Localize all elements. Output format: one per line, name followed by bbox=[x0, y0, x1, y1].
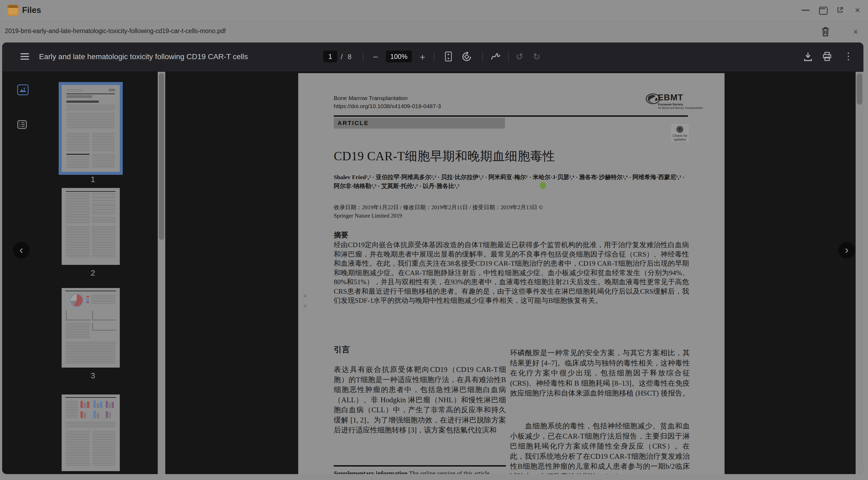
divider bbox=[363, 52, 363, 62]
zoom-out-button[interactable]: − bbox=[373, 52, 378, 62]
menu-icon[interactable] bbox=[21, 53, 29, 60]
page-thumbnail-4[interactable] bbox=[62, 395, 120, 471]
maximize-icon[interactable] bbox=[819, 7, 828, 15]
open-file-name: 2019-bmt-early-and-late-hematologic-toxi… bbox=[5, 27, 226, 35]
intro-left-column: 表达具有嵌合抗原受体靶向CD19（CD19 CAR-T细胞）的T细胞是一种适应性… bbox=[334, 365, 506, 435]
files-app-icon bbox=[7, 5, 19, 16]
window-titlebar: Files × bbox=[0, 0, 868, 21]
print-icon[interactable] bbox=[822, 52, 832, 62]
dates-line: 收录日期：2019年1月22日 / 修改日期：2019年2月11日 / 接受日期… bbox=[334, 203, 546, 220]
logo-tagline-2: for Blood and Marrow Transplantation bbox=[658, 106, 703, 109]
pdf-doc-title: Early and late hematologic toxicity foll… bbox=[39, 53, 248, 61]
divider bbox=[508, 52, 509, 62]
doi-link[interactable]: https://doi.org/10.1038/s41409-019-0487-… bbox=[334, 102, 441, 110]
page-number-input[interactable]: 1 bbox=[323, 50, 337, 62]
article-type-banner: ARTICLE bbox=[334, 118, 505, 129]
margin-marks bbox=[304, 305, 307, 308]
file-bar: 2019-bmt-early-and-late-hematologic-toxi… bbox=[0, 21, 868, 42]
next-page-button[interactable]: › bbox=[838, 242, 855, 259]
mini-pie-chart bbox=[71, 295, 83, 306]
fit-page-icon[interactable] bbox=[445, 51, 452, 63]
ebmt-logo: EBMT European Society for Blood and Marr… bbox=[645, 93, 688, 111]
screen: Files × 2019-bmt-early-and-late-hematolo… bbox=[0, 0, 868, 480]
app-title: Files bbox=[22, 5, 41, 15]
supplementary-note: Supplementary information The online ver… bbox=[334, 470, 506, 474]
previous-page-button[interactable]: ‹ bbox=[13, 242, 30, 259]
document-scrollbar-thumb[interactable] bbox=[857, 73, 862, 105]
intro-heading: 引言 bbox=[334, 344, 350, 355]
abstract-heading: 摘要 bbox=[334, 230, 348, 240]
zoom-in-button[interactable]: + bbox=[420, 52, 425, 62]
page-thumbnail-1[interactable] bbox=[62, 85, 120, 172]
authors-line: Shalev Fried¹,² · 亚伯拉罕·阿维高多尔²,³ · 贝拉·比尔拉… bbox=[334, 173, 690, 191]
pdf-page: Bone Marrow Transplantation https://doi.… bbox=[298, 73, 724, 474]
check-line1: Check for bbox=[672, 134, 688, 138]
page-label-2: 2 bbox=[85, 268, 101, 277]
supplementary-label: Supplementary information bbox=[334, 470, 407, 474]
paper-title: CD19 CAR-T细胞早期和晚期血细胞毒性 bbox=[334, 148, 689, 165]
delete-file-icon[interactable] bbox=[820, 26, 831, 38]
more-menu-icon[interactable]: ⋮ bbox=[843, 50, 853, 62]
thumbnail-view-icon[interactable] bbox=[17, 84, 29, 95]
undo-icon[interactable]: ↺ bbox=[516, 52, 523, 61]
close-preview-icon[interactable]: × bbox=[853, 27, 858, 37]
page-separator: / bbox=[341, 53, 343, 61]
header-rule bbox=[334, 115, 688, 117]
check-line2: updates bbox=[672, 137, 688, 141]
divider bbox=[482, 52, 483, 62]
page-label-1: 1 bbox=[85, 175, 101, 184]
rotate-icon[interactable] bbox=[461, 52, 472, 63]
page-thumbnail-2[interactable] bbox=[62, 188, 120, 265]
outline-view-icon[interactable] bbox=[17, 120, 27, 129]
footnote-rule bbox=[334, 465, 506, 467]
divider bbox=[434, 52, 434, 62]
page-label-3: 3 bbox=[85, 371, 101, 380]
abstract-text: 经由CD19定向嵌合体抗原受体基因改造的自体T细胞最近已获得多个监管机构的批准，… bbox=[334, 240, 689, 306]
page-thumbnail-3[interactable] bbox=[62, 288, 120, 368]
intro-right-p2: 血细胞系统的毒性，包括神经细胞减少、贫血和血小板减少，已在CAR-T细胞疗法后报… bbox=[510, 421, 690, 474]
check-for-updates-badge[interactable]: Check for updates bbox=[672, 124, 688, 141]
page-total: 8 bbox=[348, 53, 351, 61]
open-in-new-icon[interactable] bbox=[837, 7, 843, 13]
update-bookmark-icon bbox=[676, 125, 684, 133]
pdf-viewer: Early and late hematologic toxicity foll… bbox=[2, 42, 863, 474]
zoom-level-input[interactable]: 100% bbox=[386, 50, 412, 62]
sidebar-scrollbar[interactable] bbox=[158, 72, 165, 474]
logo-wordmark: EBMT bbox=[658, 93, 683, 102]
redo-icon[interactable]: ↻ bbox=[533, 52, 540, 61]
minimize-icon[interactable] bbox=[802, 10, 810, 11]
logo-tagline-1: European Society bbox=[658, 103, 683, 106]
document-scrollbar[interactable] bbox=[856, 72, 863, 474]
close-window-icon[interactable]: × bbox=[855, 5, 860, 14]
journal-name: Bone Marrow Transplantation bbox=[334, 94, 407, 102]
pdf-toolbar: Early and late hematologic toxicity foll… bbox=[2, 42, 863, 72]
annotate-icon[interactable] bbox=[491, 52, 501, 62]
intro-right-p1: 环磷酰胺是一种常见的安全方案，与其它方案相比，其结果更好 [4–7]。临床成功与… bbox=[510, 348, 690, 399]
download-icon[interactable] bbox=[803, 52, 812, 63]
margin-marks bbox=[304, 295, 307, 298]
sidebar-scrollbar-thumb[interactable] bbox=[159, 73, 164, 240]
